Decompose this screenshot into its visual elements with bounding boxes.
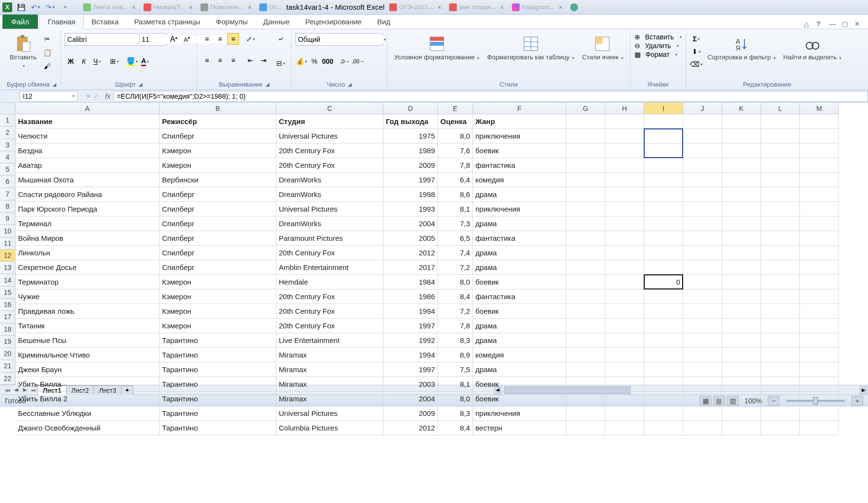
- cell[interactable]: [800, 377, 839, 392]
- percent-button[interactable]: %: [308, 55, 320, 67]
- cell[interactable]: [722, 304, 761, 319]
- cell[interactable]: Убить Билла: [16, 377, 160, 392]
- cell[interactable]: 7,8: [438, 158, 473, 173]
- autosum-button[interactable]: Σ▾: [690, 33, 703, 45]
- cell[interactable]: 8,4: [438, 289, 473, 304]
- align-bottom-button[interactable]: ≡: [227, 33, 239, 45]
- cell[interactable]: 1984: [383, 275, 438, 289]
- cell[interactable]: Тарантино: [160, 333, 276, 348]
- browser-tab[interactable]: Помогите...×: [198, 2, 254, 12]
- row-header-10[interactable]: 10: [0, 225, 16, 237]
- cell[interactable]: [761, 216, 800, 231]
- cell[interactable]: [644, 348, 683, 362]
- cell[interactable]: [761, 304, 800, 319]
- hscroll-right[interactable]: ▶: [859, 386, 868, 395]
- cell[interactable]: 8,0: [438, 129, 473, 144]
- cell[interactable]: Оценка: [438, 114, 473, 129]
- cell[interactable]: [722, 362, 761, 377]
- cell[interactable]: Мышиная Охота: [16, 173, 160, 187]
- col-header-A[interactable]: A: [16, 103, 160, 114]
- cell[interactable]: [683, 289, 722, 304]
- cell[interactable]: Правдивая ложь: [16, 304, 160, 319]
- tab-file[interactable]: Файл: [2, 15, 38, 29]
- name-box[interactable]: I12▾: [19, 91, 78, 102]
- cell[interactable]: [683, 114, 722, 129]
- cell[interactable]: 0: [644, 275, 683, 289]
- cell[interactable]: 20th Century Fox: [276, 158, 383, 173]
- cell[interactable]: [722, 231, 761, 246]
- borders-button[interactable]: ⊞▾: [108, 55, 120, 67]
- row-header-17[interactable]: 17: [0, 311, 16, 323]
- delete-cells-button[interactable]: ⊖ Удалить ▾: [634, 42, 682, 50]
- align-center-button[interactable]: ≡: [214, 54, 226, 66]
- cell[interactable]: 20th Century Fox: [276, 144, 383, 158]
- cell[interactable]: [800, 289, 839, 304]
- cell[interactable]: боевик: [473, 304, 566, 319]
- cell[interactable]: Miramax: [276, 348, 383, 362]
- cell[interactable]: [761, 231, 800, 246]
- cell[interactable]: [605, 421, 644, 435]
- cell[interactable]: [644, 377, 683, 392]
- cell[interactable]: [566, 202, 605, 216]
- cell[interactable]: [566, 275, 605, 289]
- col-header-E[interactable]: E: [438, 103, 473, 114]
- merge-button[interactable]: ⊟▾: [274, 57, 287, 69]
- col-header-K[interactable]: K: [722, 103, 761, 114]
- cell[interactable]: [761, 392, 800, 406]
- cell[interactable]: 20th Century Fox: [276, 289, 383, 304]
- cell[interactable]: [800, 348, 839, 362]
- tab-data[interactable]: Данные: [255, 15, 297, 29]
- browser-tab[interactable]: ОГЭ-2021...×: [386, 2, 444, 12]
- row-header-8[interactable]: 8: [0, 200, 16, 213]
- browser-tab[interactable]: От...: [256, 2, 284, 12]
- font-size-combo[interactable]: ▾: [139, 33, 166, 46]
- copy-button[interactable]: 📋: [41, 47, 53, 58]
- cell[interactable]: [722, 260, 761, 275]
- browser-tab[interactable]: Instagram...×: [509, 2, 566, 12]
- tab-home[interactable]: Главная: [39, 14, 84, 29]
- row-header-5[interactable]: 5: [0, 163, 16, 176]
- cell[interactable]: 8,9: [438, 348, 473, 362]
- row-header-14[interactable]: 14: [0, 274, 16, 286]
- align-right-button[interactable]: ≡: [227, 54, 239, 66]
- cell[interactable]: Amblin Entertainment: [276, 260, 383, 275]
- cell[interactable]: 7,2: [438, 304, 473, 319]
- zoom-in-button[interactable]: +: [851, 396, 863, 406]
- cell[interactable]: 8,1: [438, 202, 473, 216]
- cell[interactable]: 1994: [383, 348, 438, 362]
- cell[interactable]: приключения: [473, 129, 566, 144]
- cell[interactable]: [761, 129, 800, 144]
- qat-save[interactable]: 💾: [15, 1, 27, 13]
- cell[interactable]: [761, 289, 800, 304]
- cell[interactable]: драма: [473, 187, 566, 202]
- cell[interactable]: [761, 275, 800, 289]
- cell[interactable]: Paramount Pictures: [276, 231, 383, 246]
- bold-button[interactable]: Ж: [65, 55, 76, 67]
- cell[interactable]: 2004: [383, 216, 438, 231]
- cell[interactable]: [644, 173, 683, 187]
- cell[interactable]: Бездна: [16, 144, 160, 158]
- cell[interactable]: [566, 304, 605, 319]
- cell[interactable]: [605, 275, 644, 289]
- cell[interactable]: [683, 333, 722, 348]
- tab-insert[interactable]: Вставка: [84, 15, 127, 29]
- cell[interactable]: Спилберг: [160, 129, 276, 144]
- sort-filter-button[interactable]: AЯ Сортировка и фильтр ▾: [705, 33, 778, 63]
- cell[interactable]: [683, 246, 722, 260]
- col-header-C[interactable]: C: [276, 103, 383, 114]
- col-header-G[interactable]: G: [566, 103, 605, 114]
- cell[interactable]: Секретное Досье: [16, 260, 160, 275]
- cell[interactable]: [722, 158, 761, 173]
- cell[interactable]: Miramax: [276, 362, 383, 377]
- cell[interactable]: DreamWorks: [276, 173, 383, 187]
- cell[interactable]: [683, 392, 722, 406]
- cell[interactable]: [605, 129, 644, 144]
- cell[interactable]: [644, 333, 683, 348]
- cell[interactable]: драма: [473, 362, 566, 377]
- cell[interactable]: [683, 216, 722, 231]
- cell[interactable]: [722, 216, 761, 231]
- cell[interactable]: [800, 319, 839, 333]
- row-header-7[interactable]: 7: [0, 188, 16, 200]
- cell[interactable]: [644, 421, 683, 435]
- tab-page-layout[interactable]: Разметка страницы: [127, 15, 208, 29]
